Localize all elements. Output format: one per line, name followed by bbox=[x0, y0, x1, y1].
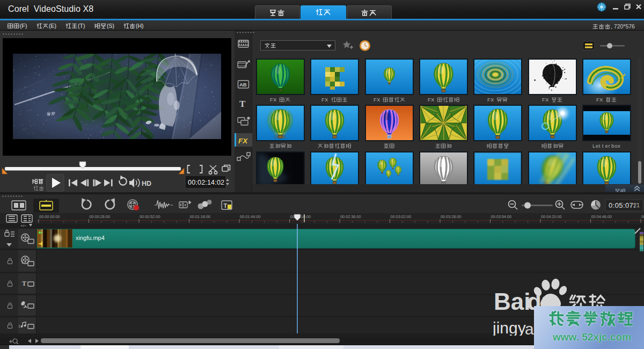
svg-text:1: 1 bbox=[21, 260, 24, 264]
svg-text:HD: HD bbox=[142, 180, 151, 187]
svg-text:00:00:52:00: 00:00:52:00 bbox=[140, 214, 160, 219]
svg-text:jingy: jingy bbox=[492, 319, 526, 336]
svg-text:00:03:54:00: 00:03:54:00 bbox=[491, 214, 512, 219]
svg-text:e: e bbox=[605, 143, 608, 149]
svg-text:a: a bbox=[525, 320, 535, 336]
svg-text:00:02:14:02: 00:02:14:02 bbox=[188, 179, 224, 186]
svg-text:00:01:18:00: 00:01:18:00 bbox=[190, 214, 211, 219]
svg-text:b: b bbox=[611, 143, 614, 149]
svg-text:00:01:44:00: 00:01:44:00 bbox=[240, 214, 261, 219]
svg-text:X: X bbox=[325, 97, 328, 103]
svg-text:x: x bbox=[618, 143, 620, 149]
svg-text:00:04:20:00: 00:04:20:00 bbox=[541, 214, 562, 219]
svg-text:t: t bbox=[599, 143, 601, 149]
svg-text:X: X bbox=[491, 97, 494, 103]
svg-text:e: e bbox=[596, 143, 598, 149]
svg-text:t: t bbox=[602, 143, 604, 149]
svg-text:+/−: +/− bbox=[20, 223, 27, 228]
svg-text:X: X bbox=[545, 97, 549, 103]
svg-text:L: L bbox=[592, 143, 595, 149]
svg-text:o: o bbox=[614, 143, 617, 149]
svg-text:AB: AB bbox=[239, 82, 247, 88]
svg-text:X: X bbox=[430, 97, 434, 103]
svg-text:r: r bbox=[608, 143, 610, 149]
svg-text:X: X bbox=[376, 97, 380, 103]
svg-text:00:00:26:00: 00:00:26:00 bbox=[90, 214, 111, 219]
svg-text:T: T bbox=[224, 202, 228, 209]
svg-text:00:00:00:00: 00:00:00:00 bbox=[39, 214, 60, 219]
svg-text:Bai: Bai bbox=[494, 288, 530, 315]
svg-text:00:03:02:00: 00:03:02:00 bbox=[391, 214, 412, 219]
svg-text:X: X bbox=[273, 97, 277, 103]
svg-text:21: 21 bbox=[633, 202, 640, 208]
svg-text:00:05:12:00: 00:05:12:00 bbox=[641, 214, 644, 219]
svg-text:0:05:07:: 0:05:07: bbox=[609, 201, 635, 209]
svg-text:1: 1 bbox=[18, 324, 20, 328]
svg-text:FX: FX bbox=[238, 137, 248, 145]
svg-text:00:03:28:00: 00:03:28:00 bbox=[441, 214, 462, 219]
svg-text:00:04:46:00: 00:04:46:00 bbox=[591, 214, 612, 219]
svg-text:00:02:36:00: 00:02:36:00 bbox=[340, 214, 361, 219]
svg-text:X: X bbox=[599, 97, 603, 103]
svg-text:T: T bbox=[239, 99, 246, 109]
svg-text:T: T bbox=[22, 280, 26, 287]
